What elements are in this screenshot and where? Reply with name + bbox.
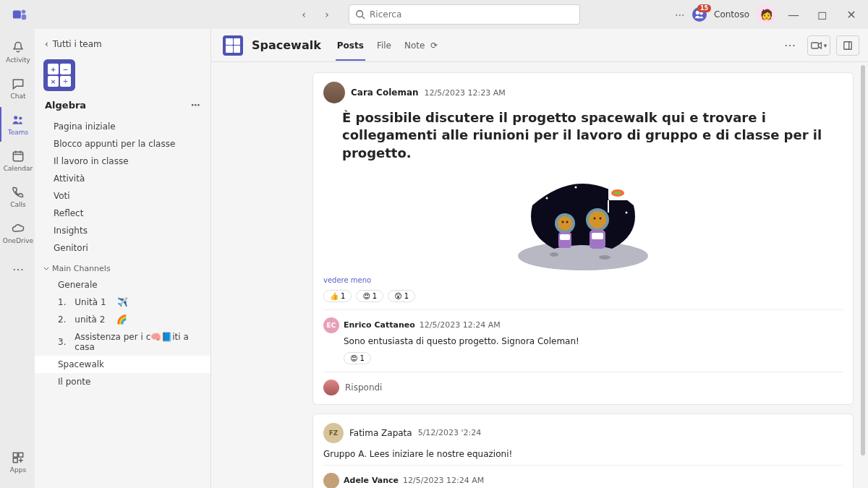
reply: EC Enrico Cattaneo 12/5/2023 12:24 AM So… (323, 309, 843, 364)
chevron-down-icon: ▾ (824, 42, 827, 49)
sidebar-item-grades[interactable]: Voti (35, 187, 210, 205)
rail-more[interactable]: ⋯ (0, 252, 35, 286)
svg-rect-18 (812, 43, 819, 48)
back-all-teams[interactable]: ‹ Tutti i team (35, 35, 210, 53)
svg-point-29 (614, 191, 621, 194)
rail-calls[interactable]: Calls (0, 179, 35, 214)
reaction-pill[interactable]: 😍1 (344, 352, 371, 364)
window-close-button[interactable]: ✕ (841, 4, 862, 25)
author-avatar[interactable]: FZ (323, 423, 344, 443)
reply-input-row[interactable]: Rispondi (323, 372, 843, 395)
more-options-button[interactable]: ⋯ (675, 9, 685, 20)
channel-header: Spacewalk Posts File Note ⟳ ⋯ ▾ (211, 29, 868, 62)
posts-feed[interactable]: Cara Coleman 12/5/2023 12:23 AM È possib… (211, 62, 868, 488)
tab-file[interactable]: File (375, 30, 393, 61)
sidebar-item-parents[interactable]: Genitori (35, 239, 210, 257)
scrollbar-thumb[interactable] (861, 65, 865, 455)
open-button[interactable] (836, 35, 859, 56)
team-name: Algebra (45, 100, 86, 111)
svg-point-3 (357, 11, 363, 17)
channel-more-button[interactable]: ⋯ (778, 35, 801, 56)
svg-rect-41 (592, 233, 603, 239)
reply-time: 12/5/2023 12:24 AM (420, 320, 501, 330)
chat-icon (11, 77, 25, 91)
channel-title: Spacewalk (252, 38, 321, 52)
post-image (503, 169, 663, 270)
rail-teams[interactable]: Teams (0, 107, 35, 142)
rail-activity-label: Activity (6, 56, 30, 64)
post-time: 12/5/2023 12:23 AM (425, 88, 506, 98)
meet-button[interactable]: ▾ (807, 35, 830, 56)
svg-line-4 (362, 17, 365, 20)
channel-homework[interactable]: 3. Assistenza per i c🧠📘iti a casa (35, 328, 210, 356)
rail-onedrive-label: OneDrive (3, 237, 33, 244)
reactions-bar: 👍1 😍1 😲1 (323, 290, 843, 302)
svg-point-42 (550, 252, 558, 257)
calendar-icon (11, 149, 25, 163)
svg-point-1 (22, 10, 26, 14)
svg-point-21 (518, 241, 648, 270)
apps-icon (11, 450, 25, 465)
reaction-pill[interactable]: 😍1 (356, 290, 383, 302)
svg-rect-2 (22, 14, 26, 20)
sidebar-item-notebook[interactable]: Blocco appunti per la classe (35, 135, 210, 153)
reply-author: Adele Vance (344, 476, 399, 485)
user-avatar[interactable]: 🧑 (757, 5, 775, 24)
tab-note[interactable]: Note ⟳ (403, 30, 439, 61)
reply-avatar[interactable] (323, 473, 339, 488)
channel-ilponte[interactable]: Il ponte (35, 373, 210, 390)
sidebar-item-classwork[interactable]: Il lavoro in classe (35, 153, 210, 170)
svg-point-31 (558, 216, 572, 231)
window-maximize-button[interactable]: ◻ (812, 4, 833, 25)
nav-back-button[interactable]: ‹ (294, 4, 314, 25)
rail-teams-label: Teams (8, 129, 28, 136)
search-box[interactable] (349, 4, 580, 25)
post-body: È possibile discutere il progetto spacew… (342, 109, 843, 162)
reaction-pill[interactable]: 👍1 (323, 290, 352, 302)
phone-icon (11, 185, 25, 200)
rail-calls-label: Calls (10, 201, 26, 208)
tab-posts[interactable]: Posts (336, 30, 365, 61)
teams-logo-icon (12, 7, 27, 22)
svg-point-23 (575, 186, 577, 188)
search-input[interactable] (370, 9, 574, 20)
scrollbar[interactable] (861, 62, 867, 488)
rail-chat[interactable]: Chat (0, 71, 35, 106)
team-more-button[interactable]: ⋯ (191, 100, 200, 111)
sidebar-item-assignments[interactable]: Attività (35, 170, 210, 187)
rail-calendar[interactable]: Calendar (0, 143, 35, 178)
search-icon (355, 9, 365, 20)
svg-rect-14 (19, 453, 23, 457)
svg-rect-0 (13, 11, 21, 19)
chevron-left-icon: ‹ (45, 39, 48, 49)
author-name: Fatima Zapata (349, 428, 412, 438)
see-less-link[interactable]: vedere meno (323, 276, 843, 284)
sidebar: ‹ Tutti i team +−×÷ Algebra ⋯ Pagina ini… (35, 29, 211, 488)
window-minimize-button[interactable]: — (783, 4, 804, 25)
channel-unita2[interactable]: 2. unità 2 🌈 (35, 311, 210, 328)
svg-point-39 (600, 217, 602, 219)
svg-rect-19 (844, 41, 852, 49)
back-label: Tutti i team (53, 39, 102, 49)
svg-rect-15 (13, 458, 17, 463)
author-avatar[interactable] (323, 82, 345, 103)
channel-spacewalk[interactable]: Spacewalk (35, 356, 210, 373)
sidebar-item-reflect[interactable]: Reflect (35, 205, 210, 222)
sidebar-item-home[interactable]: Pagina iniziale (35, 118, 210, 135)
reaction-pill[interactable]: 😲1 (388, 290, 415, 302)
channel-generale[interactable]: Generale (35, 276, 210, 294)
org-badge[interactable]: 15 (692, 7, 707, 22)
chevron-down-icon (43, 266, 49, 272)
channel-unita1[interactable]: 1. Unità 1 ✈️ (35, 294, 210, 311)
notification-count: 15 (697, 4, 711, 12)
rail-onedrive[interactable]: OneDrive (0, 215, 35, 250)
author-name: Cara Coleman (351, 87, 419, 98)
nav-forward-button[interactable]: › (317, 4, 337, 25)
channel-section-header[interactable]: Main Channels (35, 257, 210, 276)
rail-activity[interactable]: Activity (0, 35, 35, 69)
reply-avatar[interactable]: EC (323, 317, 339, 333)
sidebar-item-insights[interactable]: Insights (35, 222, 210, 239)
svg-point-38 (594, 217, 596, 219)
rail-apps[interactable]: Apps (0, 445, 35, 479)
reply-time: 12/5/2023 12:24 AM (403, 476, 484, 485)
